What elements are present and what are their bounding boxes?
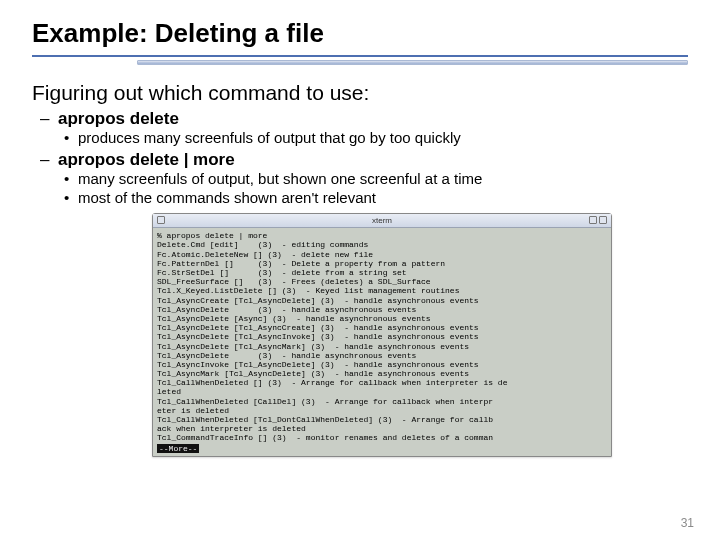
titlebar-button <box>589 216 597 224</box>
page-number: 31 <box>681 516 694 530</box>
terminal-line: Delete.Cmd [edit] (3) - editing commands <box>157 240 607 249</box>
titlebar-button <box>157 216 165 224</box>
terminal-line: Tcl.X_Keyed.ListDelete [] (3) - Keyed li… <box>157 286 607 295</box>
title-underline <box>32 55 688 65</box>
terminal-line: eter is deleted <box>157 406 607 415</box>
terminal-line: Tcl_CallWhenDeleted [Tcl_DontCallWhenDel… <box>157 415 607 424</box>
bullet-1-sub-1: produces many screenfuls of output that … <box>78 129 688 148</box>
terminal-line: Tcl_AsyncDelete [Tcl_AsyncInvoke] (3) - … <box>157 332 607 341</box>
terminal-line: Tcl_AsyncDelete (3) - handle asynchronou… <box>157 305 607 314</box>
terminal-line: Tcl_AsyncDelete (3) - handle asynchronou… <box>157 351 607 360</box>
terminal-line: Tcl_AsyncDelete [Async] (3) - handle asy… <box>157 314 607 323</box>
terminal-line: Tcl_CommandTraceInfo [] (3) - monitor re… <box>157 433 607 442</box>
terminal-line: Tcl_AsyncDelete [Tcl_AsyncMark] (3) - ha… <box>157 342 607 351</box>
terminal-line: Tcl_AsyncMark [Tcl_AsyncDelete] (3) - ha… <box>157 369 607 378</box>
titlebar-button <box>599 216 607 224</box>
terminal-line: Fc.Atomic.DeleteNew [] (3) - delete new … <box>157 250 607 259</box>
terminal-body: % apropos delete | moreDelete.Cmd [edit]… <box>153 228 611 456</box>
bullet-1: apropos delete produces many screenfuls … <box>58 109 688 148</box>
bullet-2-sub-1: many screenfuls of output, but shown one… <box>78 170 688 189</box>
subheading: Figuring out which command to use: <box>32 81 688 105</box>
bullet-2: apropos delete | more many screenfuls of… <box>58 150 688 208</box>
terminal-line: ack when interpreter is deleted <box>157 424 607 433</box>
bullet-1-label: apropos delete <box>58 109 179 128</box>
terminal-titlebar: xterm <box>153 214 611 228</box>
terminal-line: Tcl_CallWhenDeleted [CallDel] (3) - Arra… <box>157 397 607 406</box>
terminal-line: Tcl_CallWhenDeleted [] (3) - Arrange for… <box>157 378 607 387</box>
terminal-line: Fc.PatternDel [] (3) - Delete a property… <box>157 259 607 268</box>
terminal-title: xterm <box>372 216 392 225</box>
bullet-2-sub-2: most of the commands shown aren't releva… <box>78 189 688 208</box>
slide-title: Example: Deleting a file <box>32 18 688 49</box>
terminal-line: leted <box>157 387 607 396</box>
terminal-line: Tcl_AsyncDelete [Tcl_AsyncCreate] (3) - … <box>157 323 607 332</box>
terminal-line: % apropos delete | more <box>157 231 607 240</box>
terminal-line: SDL_FreeSurface [] (3) - Frees (deletes)… <box>157 277 607 286</box>
bullet-2-label: apropos delete | more <box>58 150 235 169</box>
terminal-line: Tcl_AsyncInvoke [Tcl_AsyncDelete] (3) - … <box>157 360 607 369</box>
bullet-list: apropos delete produces many screenfuls … <box>32 109 688 207</box>
terminal-line: Tcl_AsyncCreate [Tcl_AsyncDelete] (3) - … <box>157 296 607 305</box>
terminal-window: xterm % apropos delete | moreDelete.Cmd … <box>152 213 612 457</box>
terminal-line: Fc.StrSetDel [] (3) - delete from a stri… <box>157 268 607 277</box>
more-prompt: --More-- <box>157 444 199 453</box>
